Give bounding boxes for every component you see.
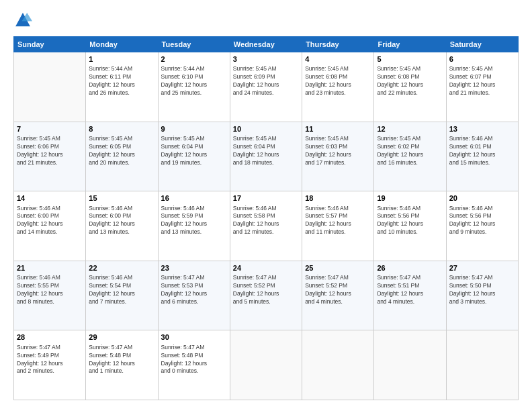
calendar-cell: 29Sunrise: 5:47 AMSunset: 5:48 PMDayligh… — [86, 330, 158, 400]
calendar-cell: 10Sunrise: 5:45 AMSunset: 6:04 PMDayligh… — [230, 122, 302, 191]
logo-icon — [13, 11, 32, 30]
day-info: Sunrise: 5:45 AMSunset: 6:03 PMDaylight:… — [305, 135, 371, 167]
calendar-week-row: 28Sunrise: 5:47 AMSunset: 5:49 PMDayligh… — [14, 330, 519, 400]
day-info: Sunrise: 5:46 AMSunset: 5:54 PMDaylight:… — [89, 274, 154, 306]
day-info: Sunrise: 5:45 AMSunset: 6:04 PMDaylight:… — [233, 135, 299, 167]
day-number: 24 — [233, 263, 299, 273]
calendar-cell: 4Sunrise: 5:45 AMSunset: 6:08 PMDaylight… — [302, 52, 374, 122]
day-info: Sunrise: 5:45 AMSunset: 6:04 PMDaylight:… — [161, 135, 227, 167]
col-header-friday: Friday — [374, 37, 446, 52]
day-info: Sunrise: 5:47 AMSunset: 5:51 PMDaylight:… — [377, 274, 443, 306]
day-info: Sunrise: 5:46 AMSunset: 6:00 PMDaylight:… — [17, 205, 83, 237]
day-info: Sunrise: 5:44 AMSunset: 6:11 PMDaylight:… — [89, 65, 154, 97]
calendar-cell: 8Sunrise: 5:45 AMSunset: 6:05 PMDaylight… — [86, 122, 158, 191]
day-number: 18 — [305, 193, 371, 203]
day-info: Sunrise: 5:46 AMSunset: 5:56 PMDaylight:… — [449, 205, 515, 237]
page: SundayMondayTuesdayWednesdayThursdayFrid… — [0, 0, 532, 411]
calendar-cell: 6Sunrise: 5:45 AMSunset: 6:07 PMDaylight… — [446, 52, 518, 122]
calendar-cell: 19Sunrise: 5:46 AMSunset: 5:56 PMDayligh… — [374, 191, 446, 261]
calendar-week-row: 1Sunrise: 5:44 AMSunset: 6:11 PMDaylight… — [14, 52, 519, 122]
day-info: Sunrise: 5:46 AMSunset: 5:55 PMDaylight:… — [17, 274, 83, 306]
day-info: Sunrise: 5:46 AMSunset: 5:56 PMDaylight:… — [377, 205, 443, 237]
day-info: Sunrise: 5:45 AMSunset: 6:08 PMDaylight:… — [377, 65, 443, 97]
calendar-week-row: 14Sunrise: 5:46 AMSunset: 6:00 PMDayligh… — [14, 191, 519, 261]
day-info: Sunrise: 5:45 AMSunset: 6:07 PMDaylight:… — [449, 65, 515, 97]
day-number: 12 — [377, 124, 443, 134]
day-number: 20 — [449, 193, 515, 203]
day-number: 1 — [89, 54, 154, 64]
header — [13, 11, 519, 30]
day-number: 13 — [449, 124, 515, 134]
calendar-header-row: SundayMondayTuesdayWednesdayThursdayFrid… — [14, 37, 519, 52]
calendar-cell: 26Sunrise: 5:47 AMSunset: 5:51 PMDayligh… — [374, 261, 446, 330]
day-number: 27 — [449, 263, 515, 273]
day-number: 6 — [449, 54, 515, 64]
day-number: 9 — [161, 124, 227, 134]
col-header-wednesday: Wednesday — [230, 37, 302, 52]
day-number: 30 — [161, 332, 227, 342]
calendar-cell: 12Sunrise: 5:45 AMSunset: 6:02 PMDayligh… — [374, 122, 446, 191]
calendar-cell: 13Sunrise: 5:46 AMSunset: 6:01 PMDayligh… — [446, 122, 518, 191]
calendar-cell — [230, 330, 302, 400]
day-number: 2 — [161, 54, 227, 64]
calendar-cell: 30Sunrise: 5:47 AMSunset: 5:48 PMDayligh… — [158, 330, 230, 400]
day-number: 11 — [305, 124, 371, 134]
calendar-cell: 28Sunrise: 5:47 AMSunset: 5:49 PMDayligh… — [14, 330, 86, 400]
day-number: 21 — [17, 263, 83, 273]
day-info: Sunrise: 5:45 AMSunset: 6:06 PMDaylight:… — [17, 135, 83, 167]
day-number: 28 — [17, 332, 83, 342]
day-number: 29 — [89, 332, 154, 342]
day-info: Sunrise: 5:45 AMSunset: 6:09 PMDaylight:… — [233, 65, 299, 97]
calendar-cell: 23Sunrise: 5:47 AMSunset: 5:53 PMDayligh… — [158, 261, 230, 330]
day-info: Sunrise: 5:46 AMSunset: 5:58 PMDaylight:… — [233, 205, 299, 237]
calendar-cell: 1Sunrise: 5:44 AMSunset: 6:11 PMDaylight… — [86, 52, 158, 122]
day-number: 7 — [17, 124, 83, 134]
day-info: Sunrise: 5:47 AMSunset: 5:53 PMDaylight:… — [161, 274, 227, 306]
col-header-sunday: Sunday — [14, 37, 86, 52]
calendar-cell — [14, 52, 86, 122]
calendar-cell: 24Sunrise: 5:47 AMSunset: 5:52 PMDayligh… — [230, 261, 302, 330]
calendar-cell: 5Sunrise: 5:45 AMSunset: 6:08 PMDaylight… — [374, 52, 446, 122]
day-number: 25 — [305, 263, 371, 273]
day-number: 10 — [233, 124, 299, 134]
day-number: 8 — [89, 124, 154, 134]
day-info: Sunrise: 5:47 AMSunset: 5:48 PMDaylight:… — [89, 344, 154, 376]
calendar-cell: 18Sunrise: 5:46 AMSunset: 5:57 PMDayligh… — [302, 191, 374, 261]
day-info: Sunrise: 5:46 AMSunset: 5:59 PMDaylight:… — [161, 205, 227, 237]
day-info: Sunrise: 5:45 AMSunset: 6:05 PMDaylight:… — [89, 135, 154, 167]
col-header-thursday: Thursday — [302, 37, 374, 52]
calendar-cell: 2Sunrise: 5:44 AMSunset: 6:10 PMDaylight… — [158, 52, 230, 122]
day-info: Sunrise: 5:47 AMSunset: 5:52 PMDaylight:… — [305, 274, 371, 306]
day-info: Sunrise: 5:44 AMSunset: 6:10 PMDaylight:… — [161, 65, 227, 97]
day-number: 22 — [89, 263, 154, 273]
day-info: Sunrise: 5:46 AMSunset: 6:01 PMDaylight:… — [449, 135, 515, 167]
calendar-cell — [446, 330, 518, 400]
day-info: Sunrise: 5:47 AMSunset: 5:50 PMDaylight:… — [449, 274, 515, 306]
day-number: 16 — [161, 193, 227, 203]
calendar-cell: 3Sunrise: 5:45 AMSunset: 6:09 PMDaylight… — [230, 52, 302, 122]
calendar-cell: 15Sunrise: 5:46 AMSunset: 6:00 PMDayligh… — [86, 191, 158, 261]
day-number: 5 — [377, 54, 443, 64]
day-info: Sunrise: 5:45 AMSunset: 6:02 PMDaylight:… — [377, 135, 443, 167]
calendar-cell: 9Sunrise: 5:45 AMSunset: 6:04 PMDaylight… — [158, 122, 230, 191]
day-info: Sunrise: 5:47 AMSunset: 5:49 PMDaylight:… — [17, 344, 83, 376]
day-info: Sunrise: 5:45 AMSunset: 6:08 PMDaylight:… — [305, 65, 371, 97]
calendar-cell: 25Sunrise: 5:47 AMSunset: 5:52 PMDayligh… — [302, 261, 374, 330]
day-number: 17 — [233, 193, 299, 203]
day-info: Sunrise: 5:47 AMSunset: 5:52 PMDaylight:… — [233, 274, 299, 306]
logo — [13, 11, 35, 30]
calendar-cell: 16Sunrise: 5:46 AMSunset: 5:59 PMDayligh… — [158, 191, 230, 261]
calendar-cell: 27Sunrise: 5:47 AMSunset: 5:50 PMDayligh… — [446, 261, 518, 330]
day-info: Sunrise: 5:46 AMSunset: 6:00 PMDaylight:… — [89, 205, 154, 237]
calendar-cell: 14Sunrise: 5:46 AMSunset: 6:00 PMDayligh… — [14, 191, 86, 261]
day-number: 26 — [377, 263, 443, 273]
col-header-monday: Monday — [86, 37, 158, 52]
day-info: Sunrise: 5:47 AMSunset: 5:48 PMDaylight:… — [161, 344, 227, 376]
calendar-cell: 21Sunrise: 5:46 AMSunset: 5:55 PMDayligh… — [14, 261, 86, 330]
calendar-cell: 11Sunrise: 5:45 AMSunset: 6:03 PMDayligh… — [302, 122, 374, 191]
day-number: 4 — [305, 54, 371, 64]
calendar-week-row: 7Sunrise: 5:45 AMSunset: 6:06 PMDaylight… — [14, 122, 519, 191]
col-header-saturday: Saturday — [446, 37, 518, 52]
calendar-cell — [374, 330, 446, 400]
calendar-week-row: 21Sunrise: 5:46 AMSunset: 5:55 PMDayligh… — [14, 261, 519, 330]
